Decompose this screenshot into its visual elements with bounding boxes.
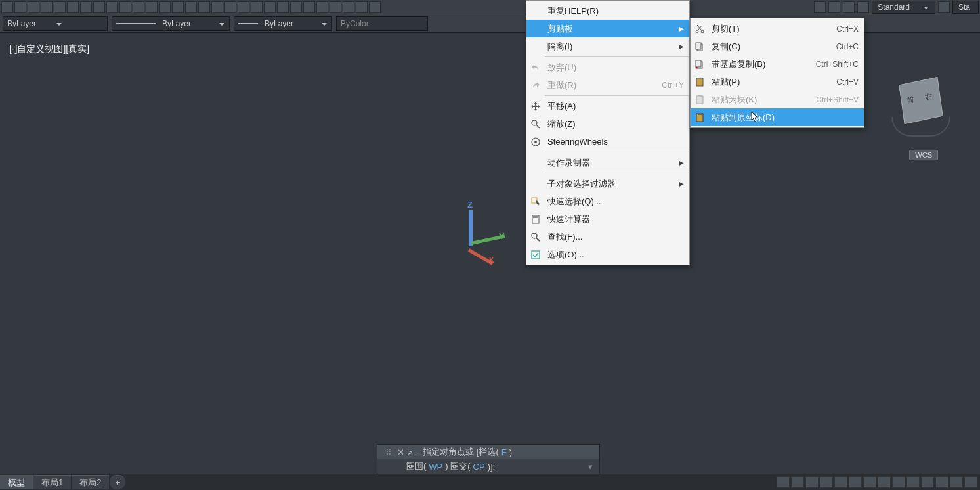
menu-separator [545, 95, 689, 96]
dim-style-dropdown[interactable]: Sta [952, 1, 979, 14]
toolbar-button[interactable] [41, 1, 53, 13]
status-button[interactable] [906, 476, 920, 488]
z-axis-label: Z [467, 200, 473, 210]
toolbar-button[interactable] [264, 1, 276, 13]
status-button[interactable] [935, 476, 948, 488]
toolbar-button[interactable] [251, 1, 263, 13]
svg-rect-7 [532, 251, 540, 259]
status-button[interactable] [950, 476, 963, 488]
status-button[interactable] [863, 476, 876, 488]
quick-select-icon [529, 196, 542, 208]
copy-icon [693, 41, 706, 53]
menu-item-steeringwheels[interactable]: SteeringWheels [526, 133, 689, 150]
toolbar-button[interactable] [238, 1, 249, 13]
status-button[interactable] [834, 476, 847, 488]
toolbar-button[interactable] [146, 1, 158, 13]
wcs-badge[interactable]: WCS [909, 150, 938, 160]
toolbar-button[interactable] [106, 1, 118, 13]
submenu-arrow-icon: ▶ [679, 159, 684, 166]
paste-orig-icon [693, 112, 706, 123]
status-button[interactable] [820, 476, 833, 488]
toolbar-button[interactable] [857, 1, 869, 13]
menu-item-subobject-filter[interactable]: 子对象选择过滤器▶ [526, 175, 689, 192]
menu-item-action-recorder[interactable]: 动作录制器▶ [526, 154, 689, 171]
tab-layout2[interactable]: 布局2 [72, 475, 109, 489]
tab-layout1[interactable]: 布局1 [33, 475, 71, 489]
status-button[interactable] [791, 476, 804, 488]
linetype-dropdown[interactable]: ByLayer [112, 16, 230, 31]
menu-item-find[interactable]: 查找(F)... [526, 228, 689, 246]
menu-item-options[interactable]: 选项(O)... [526, 246, 689, 263]
submenu-item-paste[interactable]: 粘贴(P)Ctrl+V [691, 73, 864, 91]
view-cube-ring[interactable] [891, 117, 950, 137]
toolbar-button[interactable] [14, 1, 26, 13]
submenu-item-paste-orig[interactable]: 粘贴到原坐标(D) [691, 108, 864, 126]
toolbar-button[interactable] [290, 1, 302, 13]
toolbar-button[interactable] [133, 1, 144, 13]
toolbar-button[interactable] [80, 1, 92, 13]
status-button[interactable] [849, 476, 862, 488]
grip-icon[interactable]: ⠿ [384, 447, 393, 457]
line-preview-icon [116, 23, 156, 24]
chevron-down-icon[interactable]: ▾ [588, 462, 593, 472]
toolbar-button[interactable] [356, 1, 368, 13]
tab-add[interactable]: + [110, 475, 125, 489]
close-icon[interactable]: ✕ [396, 447, 405, 457]
submenu-item-copy-base[interactable]: 带基点复制(B)Ctrl+Shift+C [691, 55, 864, 73]
toolbar-button[interactable] [185, 1, 197, 13]
menu-item-pan[interactable]: 平移(A) [526, 97, 689, 115]
toolbar-button[interactable] [1, 1, 13, 13]
plotstyle-dropdown[interactable]: ByColor [336, 16, 428, 31]
status-button[interactable] [921, 476, 934, 488]
menu-item-clipboard[interactable]: 剪贴板▶ [526, 20, 689, 37]
toolbar-button[interactable] [67, 1, 79, 13]
menu-item-undo[interactable]: 放弃(U) [526, 58, 689, 76]
toolbar-button[interactable] [211, 1, 223, 13]
toolbar-button[interactable] [814, 1, 826, 13]
toolbar-button[interactable] [28, 1, 39, 13]
status-button[interactable] [805, 476, 819, 488]
status-button[interactable] [892, 476, 905, 488]
command-input-line[interactable]: 圈围(WP) 圈交(CP)]: ▾ [377, 459, 599, 474]
toolbar-button[interactable] [369, 1, 381, 13]
menu-item-repeat[interactable]: 重复HELP(R) [526, 2, 689, 20]
toolbar-button[interactable] [303, 1, 315, 13]
toolbar-button[interactable] [198, 1, 210, 13]
status-button[interactable] [878, 476, 891, 488]
toolbar-button[interactable] [277, 1, 289, 13]
toolbar-button[interactable] [224, 1, 236, 13]
y-axis-label: Y [499, 231, 505, 241]
toolbar-button[interactable] [159, 1, 171, 13]
menu-item-redo[interactable]: 重做(R)Ctrl+Y [526, 76, 689, 94]
view-cube[interactable]: 前 右 [888, 71, 954, 137]
menu-item-isolate[interactable]: 隔离(I)▶ [526, 37, 689, 55]
toolbar-button[interactable] [843, 1, 855, 13]
color-dropdown[interactable]: ByLayer [3, 16, 108, 31]
svg-point-14 [696, 66, 698, 68]
toolbar-button[interactable] [343, 1, 354, 13]
lineweight-dropdown[interactable]: ByLayer [234, 16, 332, 31]
tab-model[interactable]: 模型 [0, 475, 33, 489]
toolbar-button[interactable] [938, 1, 950, 13]
toolbar-button[interactable] [316, 1, 328, 13]
toolbar-button[interactable] [828, 1, 840, 13]
status-button[interactable] [964, 476, 977, 488]
toolbar-button[interactable] [119, 1, 131, 13]
svg-rect-20 [698, 113, 702, 115]
menu-item-quickcalc[interactable]: 快速计算器 [526, 210, 689, 228]
text-style-dropdown[interactable]: Standard [872, 1, 935, 14]
menu-item-quick-select[interactable]: 快速选择(Q)... [526, 192, 689, 210]
toolbar-button[interactable] [93, 1, 105, 13]
menu-item-zoom[interactable]: 缩放(Z) [526, 115, 689, 133]
viewport-label[interactable]: [-]自定义视图][真实] [9, 43, 89, 55]
toolbar-button[interactable] [172, 1, 184, 13]
toolbar-button[interactable] [54, 1, 66, 13]
svg-point-6 [532, 233, 537, 238]
toolbar-button[interactable] [330, 1, 341, 13]
zoom-icon [529, 118, 542, 130]
submenu-item-cut[interactable]: 剪切(T)Ctrl+X [691, 20, 864, 37]
command-line[interactable]: ⠿ ✕ >_- 指定对角点或 [栏选(F) 圈围(WP) 圈交(CP)]: ▾ [377, 444, 600, 474]
status-button[interactable] [777, 476, 790, 488]
submenu-item-paste-block[interactable]: 粘贴为块(K)Ctrl+Shift+V [691, 91, 864, 108]
submenu-item-copy[interactable]: 复制(C)Ctrl+C [691, 37, 864, 55]
